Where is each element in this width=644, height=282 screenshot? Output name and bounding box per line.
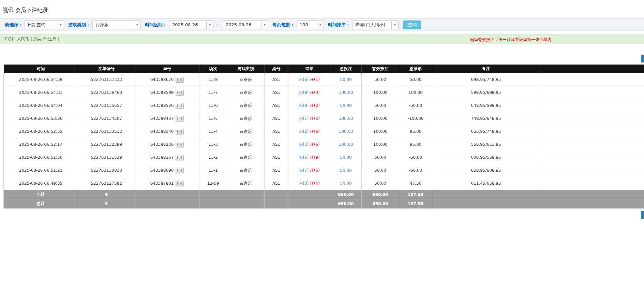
cell-payout: 100.00 — [399, 86, 432, 99]
cell-filler — [540, 86, 644, 99]
view-video-button[interactable] — [176, 142, 184, 147]
round-number: 643388676 — [150, 77, 174, 82]
result-player: 闲(6) — [299, 155, 309, 160]
search-button[interactable]: 查询 — [403, 20, 421, 29]
cell-note: 653.95/748.95 — [432, 125, 540, 138]
chevron-down-icon[interactable]: ▼ — [134, 21, 140, 29]
chevron-down-icon[interactable]: ▼ — [57, 21, 64, 29]
round-number: 643388427 — [150, 116, 174, 121]
cell-bet-id: 522763127582 — [78, 177, 135, 190]
video-camera-icon — [177, 78, 182, 81]
cell-result: 闲(6) 庄(9) — [288, 151, 330, 164]
date-range-separator: ~ — [216, 22, 220, 27]
clipped-action-button-bottom[interactable] — [641, 211, 644, 219]
video-camera-icon — [177, 169, 182, 172]
chevron-down-icon[interactable]: ▼ — [391, 21, 398, 29]
bet-amount-link[interactable]: 100.00 — [339, 90, 353, 95]
view-video-button[interactable] — [176, 181, 184, 186]
cell-time: 2025-08-26 06:54:31 — [4, 86, 78, 99]
date-from-value: 2025-08-26 — [169, 21, 206, 29]
cell-filler — [540, 73, 644, 86]
view-video-button[interactable] — [176, 103, 184, 109]
clipped-action-button-top[interactable] — [641, 55, 644, 62]
total-empty — [288, 199, 330, 208]
cell-result: 闲(9) 庄(0) — [288, 86, 330, 99]
cell-time: 2025-08-26 06:51:50 — [4, 151, 78, 164]
subtotal-empty — [227, 190, 265, 199]
column-header: 总投注 — [330, 65, 362, 73]
bet-amount-link[interactable]: 100.00 — [339, 142, 353, 147]
cell-note: 748.95/648.95 — [432, 112, 540, 125]
valid-bet-note: 同局有效投注，统一计算在该局第一张注单内 — [470, 37, 552, 43]
game-type-label: 游戏类别： — [68, 22, 90, 28]
chevron-down-icon[interactable]: ▼ — [206, 21, 213, 29]
cell-total-bet: 50.00 — [330, 151, 362, 164]
bet-amount-link[interactable]: 100.00 — [339, 129, 353, 134]
cell-result: 闲(2) 庄(6) — [288, 125, 330, 138]
cell-note: 698.95/748.95 — [432, 73, 540, 86]
cell-table-no: AS1 — [265, 177, 288, 190]
result-player: 闲(3) — [299, 142, 309, 147]
result-player: 闲(9) — [299, 90, 309, 95]
result-player: 闲(6) — [299, 77, 309, 82]
round-number: 643388340 — [150, 129, 174, 134]
cell-game-type: 百家乐 — [227, 125, 265, 138]
cell-table-no: AS1 — [265, 164, 288, 177]
cell-time: 2025-08-26 06:51:23 — [4, 164, 78, 177]
result-banker: 庄(2) — [310, 103, 320, 108]
cell-note: 598.95/698.95 — [432, 86, 540, 99]
view-video-button[interactable] — [176, 90, 184, 96]
view-video-button[interactable] — [176, 155, 184, 160]
cell-game-type: 百家乐 — [227, 73, 265, 86]
date-from-picker[interactable]: 2025-08-26 ▼ — [169, 20, 213, 29]
subtotal-valid-bet: 650.00 — [362, 190, 399, 199]
cell-note: 558.95/653.95 — [432, 138, 540, 151]
cell-table-no: AS1 — [265, 86, 288, 99]
cell-round-id: 643388427 — [135, 112, 199, 125]
cell-filler — [540, 138, 644, 151]
subtotal-empty — [540, 190, 644, 199]
total-total-bet: 650.00 — [330, 199, 362, 208]
view-video-button[interactable] — [176, 129, 184, 135]
view-video-button[interactable] — [176, 116, 184, 122]
cell-round-id: 643388676 — [135, 73, 199, 86]
cell-session: 13-1 — [199, 164, 227, 177]
round-number: 643388167 — [150, 155, 174, 160]
date-mode-combobox[interactable]: 日期查询 ▼ — [25, 20, 64, 29]
bet-amount-link[interactable]: 50.00 — [340, 168, 351, 173]
total-empty — [227, 199, 265, 208]
cell-session: 13-6 — [199, 99, 227, 112]
bet-amount-link[interactable]: 50.00 — [340, 155, 351, 160]
view-video-button[interactable] — [176, 168, 184, 173]
result-player: 闲(7) — [299, 168, 309, 173]
total-payout: 137.50 — [399, 199, 432, 208]
result-banker: 庄(9) — [310, 155, 320, 160]
cell-filler — [540, 99, 644, 112]
bet-amount-link[interactable]: 100.00 — [339, 116, 353, 121]
bet-amount-link[interactable]: 50.00 — [340, 103, 351, 108]
sort-order-label: 时间排序： — [328, 22, 350, 28]
page-size-combobox[interactable]: 100 ▼ — [297, 20, 324, 29]
total-valid-bet: 650.00 — [362, 199, 399, 208]
cell-session: 12-59 — [199, 177, 227, 190]
cell-round-id: 643387801 — [135, 177, 199, 190]
cell-total-bet: 100.00 — [330, 138, 362, 151]
cell-bet-id: 522763130830 — [78, 164, 135, 177]
total-row: 总计9650.00650.00137.50 — [4, 199, 644, 208]
sort-order-combobox[interactable]: 降幂(由大到小) ▼ — [352, 20, 399, 29]
cell-valid-bet: 100.00 — [362, 138, 399, 151]
chevron-down-icon[interactable]: ▼ — [261, 21, 268, 29]
column-header: 场次 — [199, 65, 227, 73]
video-camera-icon — [177, 143, 182, 146]
date-to-picker[interactable]: 2025-08-26 ▼ — [223, 20, 268, 29]
view-video-button[interactable] — [176, 77, 184, 83]
cell-result: 闲(7) 庄(6) — [288, 164, 330, 177]
bet-amount-link[interactable]: 50.00 — [340, 77, 351, 82]
game-type-combobox[interactable]: 百家乐 ▼ — [92, 20, 141, 29]
cell-valid-bet: 50.00 — [362, 164, 399, 177]
chevron-down-icon[interactable]: ▼ — [317, 21, 324, 29]
cell-payout: 95.00 — [399, 138, 432, 151]
subtotal-empty — [265, 190, 288, 199]
total-label: 总计 — [4, 199, 78, 208]
bet-amount-link[interactable]: 50.00 — [340, 181, 351, 186]
